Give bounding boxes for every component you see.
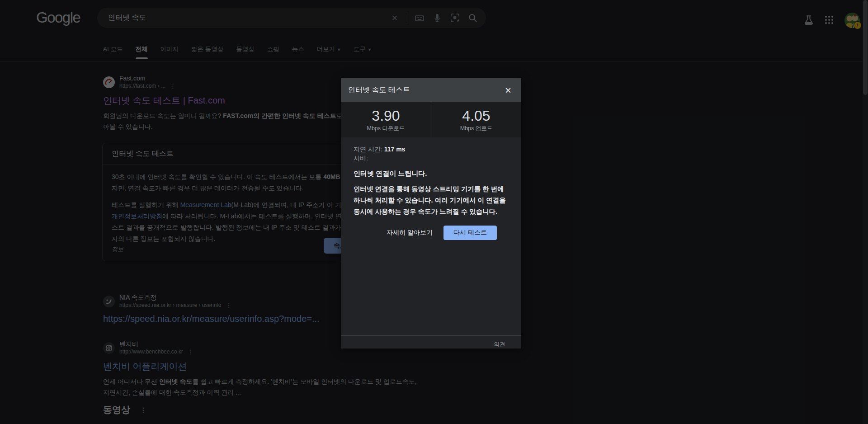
feedback-row: 의견: [341, 336, 521, 349]
dialog-header: 인터넷 속도 테스트 ×: [341, 78, 521, 102]
upload-label: Mbps 업로드: [460, 125, 493, 132]
upload-value: 4.05: [462, 108, 490, 124]
download-label: Mbps 다운로드: [367, 125, 405, 132]
upload-metric: 4.05 Mbps 업로드: [431, 102, 521, 137]
retest-button[interactable]: 다시 테스트: [443, 226, 497, 240]
dialog-title: 인터넷 속도 테스트: [348, 85, 410, 95]
server-row: 서버:: [354, 154, 509, 163]
speed-metrics: 3.90 Mbps 다운로드 4.05 Mbps 업로드: [341, 102, 521, 137]
feedback-link[interactable]: 의견: [494, 341, 505, 348]
download-value: 3.90: [372, 108, 400, 124]
speed-test-result-dialog: 인터넷 속도 테스트 × 3.90 Mbps 다운로드 4.05 Mbps 업로…: [341, 78, 521, 349]
learn-more-button[interactable]: 자세히 알아보기: [380, 225, 439, 240]
latency-value: 117 ms: [384, 146, 406, 153]
dialog-buttons: 자세히 알아보기 다시 테스트: [354, 225, 509, 240]
server-label: 서버:: [354, 155, 368, 162]
dialog-body: 지연 시간: 117 ms 서버: 인터넷 연결이 느립니다. 인터넷 연결을 …: [341, 137, 521, 325]
close-icon[interactable]: ×: [502, 84, 514, 97]
connection-status: 인터넷 연결이 느립니다.: [354, 170, 509, 178]
download-metric: 3.90 Mbps 다운로드: [341, 102, 431, 137]
latency-label: 지연 시간:: [354, 146, 384, 153]
connection-description: 인터넷 연결을 통해 동영상 스트리밍 기기를 한 번에 하나씩 처리할 수 있…: [354, 184, 511, 217]
latency-row: 지연 시간: 117 ms: [354, 145, 509, 154]
google-search-page: Google 인터넷 속도 × !: [0, 0, 868, 424]
